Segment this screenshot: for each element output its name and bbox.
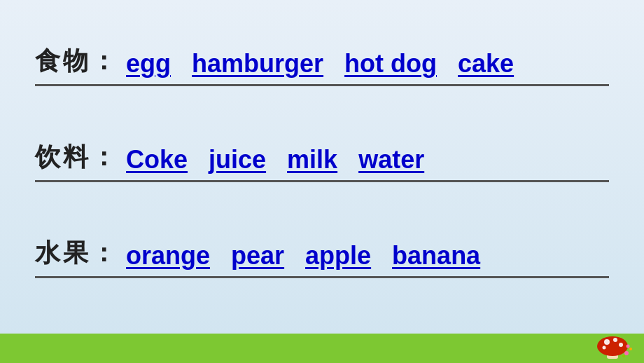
row-drinks: 饮料：Cokejuicemilkwater bbox=[35, 140, 609, 182]
word-Coke: Coke bbox=[126, 145, 188, 174]
row-food: 食物：egghamburgerhot dogcake bbox=[35, 44, 609, 86]
word-apple: apple bbox=[305, 241, 371, 270]
label-drinks: 饮料： bbox=[35, 140, 119, 174]
svg-point-8 bbox=[626, 345, 630, 348]
label-food: 食物： bbox=[35, 44, 119, 78]
svg-point-1 bbox=[597, 336, 628, 356]
word-banana: banana bbox=[392, 241, 480, 270]
word-juice: juice bbox=[209, 145, 266, 174]
svg-point-3 bbox=[613, 338, 617, 342]
label-fruits: 水果： bbox=[35, 236, 119, 270]
words-fruits: orangepearapplebanana bbox=[126, 241, 609, 270]
svg-point-9 bbox=[622, 355, 625, 357]
svg-point-7 bbox=[629, 348, 632, 350]
bottom-bar bbox=[0, 334, 644, 363]
svg-point-5 bbox=[603, 346, 606, 350]
main-content: 食物：egghamburgerhot dogcake饮料：Cokejuicemi… bbox=[0, 0, 644, 322]
word-cake: cake bbox=[458, 49, 514, 78]
word-milk: milk bbox=[287, 145, 337, 174]
svg-point-2 bbox=[604, 339, 610, 345]
words-drinks: Cokejuicemilkwater bbox=[126, 145, 609, 174]
word-egg: egg bbox=[126, 49, 171, 78]
words-food: egghamburgerhot dogcake bbox=[126, 49, 609, 78]
word-hot-dog: hot dog bbox=[344, 49, 437, 78]
row-fruits: 水果：orangepearapplebanana bbox=[35, 236, 609, 278]
svg-point-4 bbox=[619, 343, 623, 347]
word-pear: pear bbox=[231, 241, 284, 270]
word-orange: orange bbox=[126, 241, 210, 270]
mushroom-icon bbox=[588, 327, 637, 362]
svg-point-6 bbox=[624, 351, 629, 355]
word-water: water bbox=[358, 145, 424, 174]
word-hamburger: hamburger bbox=[192, 49, 323, 78]
